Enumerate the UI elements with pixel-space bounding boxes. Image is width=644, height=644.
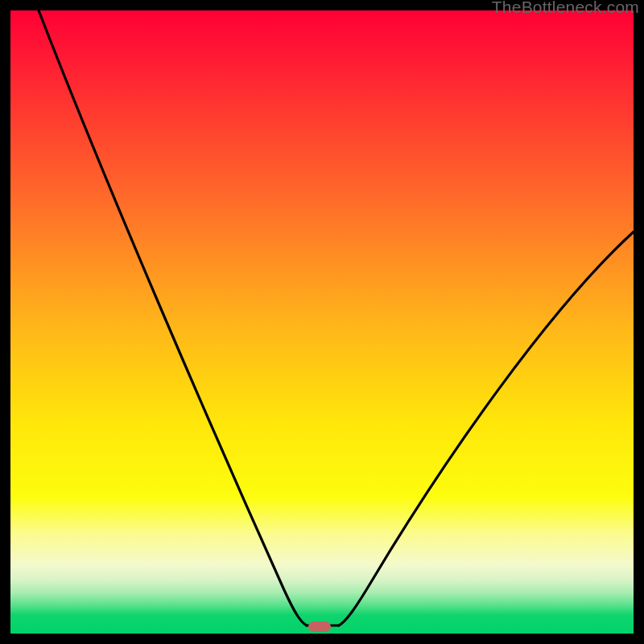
chart-frame: TheBottleneck.com: [0, 0, 644, 644]
plot-area: [10, 10, 634, 634]
optimal-marker: [308, 621, 331, 632]
bottleneck-curve: [10, 10, 634, 634]
watermark-text: TheBottleneck.com: [492, 0, 639, 17]
